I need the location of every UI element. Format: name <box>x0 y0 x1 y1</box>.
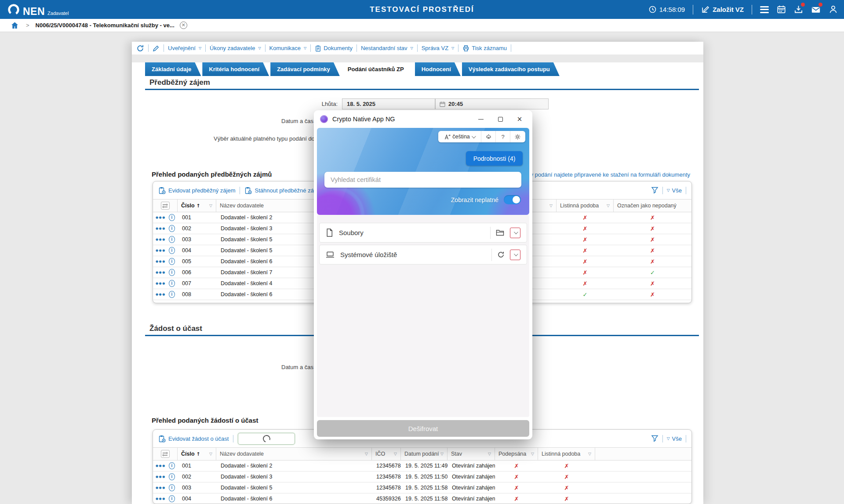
filter-all-button[interactable]: ▽Vše <box>667 187 682 194</box>
column-header-stav[interactable]: Stav▽ <box>447 448 495 460</box>
certificate-search-input[interactable] <box>324 172 521 188</box>
stahnout-predbezne-zajmy-button[interactable]: Stáhnout předběžné zájmy <box>244 187 323 194</box>
row-menu-icon[interactable]: ●●● <box>156 260 166 263</box>
row-info-icon[interactable]: i <box>169 280 175 287</box>
new-procurement-button[interactable]: Založit VZ <box>701 5 744 14</box>
row-menu-icon[interactable]: ●●● <box>156 249 166 252</box>
minimize-button[interactable] <box>474 114 487 124</box>
toolbar-item-dokumenty[interactable]: Dokumenty <box>315 45 353 52</box>
breadcrumb-close-icon[interactable]: × <box>180 22 187 29</box>
column-header-datum-podani[interactable]: Datum podání▽ <box>401 448 447 460</box>
tab-podani-ucastniku-zp[interactable]: Podání účastníků ZP <box>341 62 414 76</box>
user-icon[interactable] <box>829 5 838 14</box>
details-button[interactable]: Podrobnosti (4) <box>466 151 523 166</box>
row-info-icon[interactable]: i <box>169 484 175 491</box>
section-title-predbezny-zajem: Předběžný zájem <box>149 78 210 87</box>
row-menu-icon[interactable]: ●●● <box>156 282 166 285</box>
column-header-listinna-podoba[interactable]: Listinná podoba▽ <box>557 199 614 212</box>
column-settings-icon[interactable] <box>161 202 170 210</box>
column-header-cislo[interactable]: Číslo↑▽ <box>178 448 216 460</box>
source-item-systemove-uloziste[interactable]: Systémové úložiště <box>319 245 527 265</box>
row-menu-icon[interactable]: ●●● <box>156 475 166 479</box>
row-info-icon[interactable]: i <box>169 462 175 469</box>
document-icon <box>315 45 321 52</box>
tab-vysledek-zadavaciho-postupu[interactable]: Výsledek zadávacího postupu <box>462 62 560 76</box>
column-header-listinna-podoba[interactable]: Listinná podoba▽ <box>538 448 595 460</box>
filter-funnel-icon[interactable] <box>651 435 658 442</box>
toolbar-item-ukony-zadavatele[interactable]: Úkony zadavatele▽ <box>210 45 261 51</box>
deadline-time-field[interactable]: 20:45 <box>435 98 549 109</box>
tab-zakladni-udaje[interactable]: Základní údaje <box>145 62 201 76</box>
row-info-icon[interactable]: i <box>169 473 175 480</box>
filter-all-button[interactable]: ▽Vše <box>667 435 682 442</box>
cell-empty <box>595 471 691 482</box>
source-item-soubory[interactable]: Soubory <box>319 223 527 243</box>
column-header-nazev-dodavatele[interactable]: Název dodavatele▽ <box>216 448 372 460</box>
show-invalid-toggle[interactable] <box>504 195 521 204</box>
toolbar-item-sprava-vz[interactable]: Správa VZ▽ <box>422 45 455 51</box>
column-header-ico[interactable]: IČO▽ <box>372 448 401 460</box>
downloads-button[interactable] <box>794 5 803 14</box>
row-menu-icon[interactable]: ●●● <box>156 271 166 274</box>
row-menu-icon[interactable]: ●●● <box>156 293 166 296</box>
row-menu-icon[interactable]: ●●● <box>156 238 166 241</box>
tab-hodnoceni[interactable]: Hodnocení <box>415 62 461 76</box>
column-settings-icon[interactable] <box>161 450 170 458</box>
deadline-date-field[interactable]: 18. 5. 2025 <box>342 98 435 109</box>
refresh-icon[interactable] <box>136 44 144 52</box>
filter-funnel-icon[interactable] <box>651 187 658 194</box>
row-info-icon[interactable]: i <box>169 291 175 298</box>
cell-cislo: 003 <box>178 482 216 493</box>
evidovat-predbezny-zajem-button[interactable]: Evidovat předběžný zájem <box>158 187 235 194</box>
expand-button[interactable] <box>510 228 520 238</box>
record-toolbar: Uveřejnění▽ Úkony zadavatele▽ Komunikace… <box>136 42 511 54</box>
calendar-icon[interactable] <box>777 5 786 14</box>
row-info-icon[interactable]: i <box>169 247 175 254</box>
toolbar-item-uverejneni[interactable]: Uveřejnění▽ <box>168 45 201 51</box>
tab-kriteria-hodnoceni[interactable]: Kritéria hodnocení <box>202 62 269 76</box>
column-settings-cell[interactable] <box>153 448 178 460</box>
table-row[interactable]: ●●●i003Dodavatel - školení 51234567819. … <box>153 482 691 493</box>
column-header-oznacen-jako-nepodany[interactable]: Označen jako nepodaný <box>614 199 691 212</box>
column-header-podepsana[interactable]: Podepsána▽ <box>495 448 538 460</box>
row-menu-icon[interactable]: ●●● <box>156 464 166 468</box>
window-titlebar[interactable]: Crypto Native App NG × <box>314 110 532 128</box>
pencil-icon[interactable] <box>153 45 160 52</box>
row-info-icon[interactable]: i <box>169 225 175 232</box>
tab-zadavaci-podminky[interactable]: Zadávací podmínky <box>270 62 340 76</box>
help-button[interactable]: ? <box>496 131 510 142</box>
cross-icon: ✗ <box>557 212 614 223</box>
menu-icon[interactable] <box>760 6 769 13</box>
folder-open-icon[interactable] <box>496 229 505 236</box>
row-info-icon[interactable]: i <box>169 269 175 276</box>
row-info-icon[interactable]: i <box>169 214 175 221</box>
row-menu-icon[interactable]: ●●● <box>156 216 166 219</box>
decrypt-button[interactable]: Dešifrovat <box>317 420 529 437</box>
settings-gear-button[interactable] <box>510 131 525 142</box>
row-menu-icon[interactable]: ●●● <box>156 497 166 500</box>
column-header-cislo[interactable]: Číslo↑▽ <box>178 199 216 212</box>
theme-lamp-button[interactable] <box>481 131 496 142</box>
toolbar-item-tisk-zaznamu[interactable]: Tisk záznamu <box>462 45 507 52</box>
row-info-icon[interactable]: i <box>169 236 175 243</box>
language-selector[interactable]: čeština <box>438 131 481 142</box>
evidovat-zadost-o-ucast-button[interactable]: Evidovat žádost o účast <box>158 435 229 442</box>
row-menu-icon[interactable]: ●●● <box>156 227 166 230</box>
toolbar-item-nestandardni-stav[interactable]: Nestandardní stav▽ <box>361 45 413 51</box>
table-row[interactable]: ●●●i002Dodavatel - školení 31234567819. … <box>153 471 691 482</box>
breadcrumb-item[interactable]: N006/25/V00004748 - Telekomunikační služ… <box>36 22 175 29</box>
expand-button[interactable] <box>510 250 520 260</box>
table-row[interactable]: ●●●i001Dodavatel - školení 21234567819. … <box>153 460 691 471</box>
nen-logo[interactable]: NEN Zadavatel <box>7 3 69 16</box>
row-menu-icon[interactable]: ●●● <box>156 486 166 489</box>
maximize-button[interactable] <box>494 114 507 124</box>
messages-button[interactable] <box>811 5 821 15</box>
row-info-icon[interactable]: i <box>169 495 175 502</box>
reload-icon[interactable] <box>497 251 505 258</box>
toolbar-item-komunikace[interactable]: Komunikace▽ <box>269 45 307 51</box>
table-row[interactable]: ●●●i004Dodavatel - školení 64535932619. … <box>153 493 691 504</box>
row-info-icon[interactable]: i <box>169 258 175 265</box>
column-settings-cell[interactable] <box>153 199 178 212</box>
close-button[interactable]: × <box>513 114 526 124</box>
home-icon[interactable] <box>11 22 19 29</box>
